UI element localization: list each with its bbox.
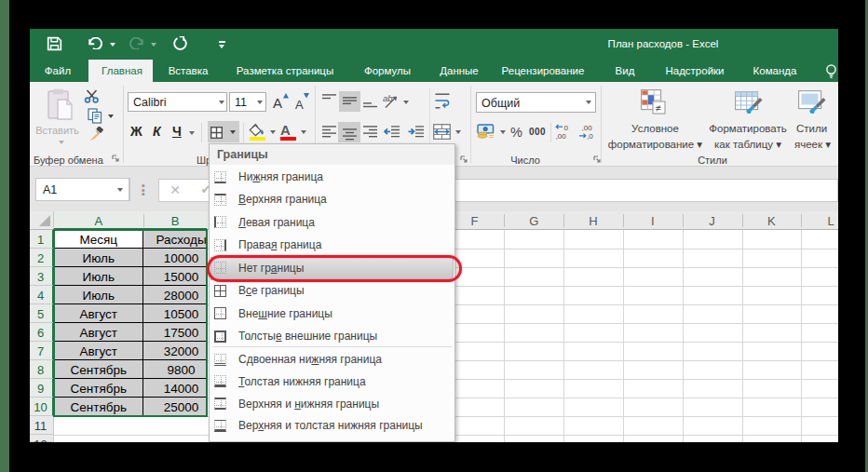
svg-text:,0: ,0 [587,132,593,141]
svg-text:≠: ≠ [656,102,661,114]
svg-text:,00: ,00 [582,124,593,132]
svg-text:,00: ,00 [556,132,567,141]
svg-text:0: 0 [564,124,569,132]
